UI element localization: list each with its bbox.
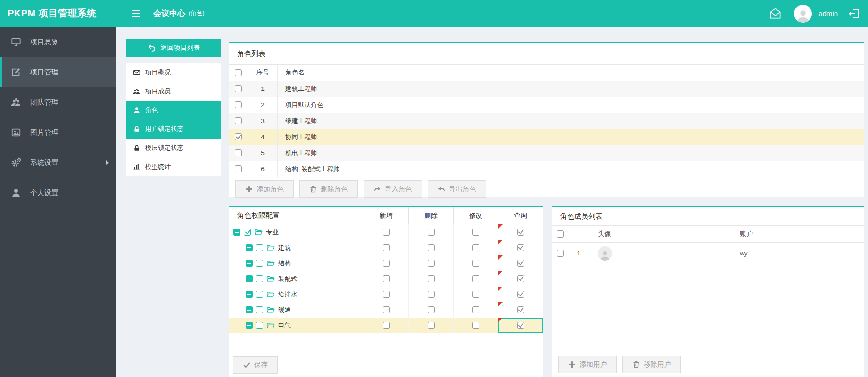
submenu-item[interactable]: 项目成员: [126, 82, 221, 101]
perm-add-checkbox[interactable]: [383, 322, 390, 329]
perm-add-checkbox[interactable]: [383, 229, 390, 236]
perm-delete-checkbox[interactable]: [428, 260, 435, 267]
perm-modify-cell: [453, 255, 498, 271]
tree-checkbox[interactable]: [256, 306, 263, 313]
minus-square-icon[interactable]: [246, 291, 253, 298]
submenu-item[interactable]: 角色: [126, 101, 221, 120]
permission-row[interactable]: 暖通: [229, 302, 543, 318]
perm-add-checkbox[interactable]: [383, 275, 390, 282]
perm-add-cell: [364, 240, 408, 255]
row-checkbox[interactable]: [235, 85, 242, 92]
minus-square-icon[interactable]: [246, 322, 253, 329]
member-row[interactable]: 1 wy: [552, 243, 864, 264]
permission-row[interactable]: 装配式: [229, 271, 543, 287]
perm-query-checkbox[interactable]: [517, 275, 524, 282]
row-checkbox[interactable]: [235, 117, 242, 124]
role-action-button[interactable]: 导入角色: [364, 180, 422, 198]
tree-checkbox[interactable]: [256, 291, 263, 298]
permission-row[interactable]: 结构: [229, 255, 543, 271]
perm-delete-checkbox[interactable]: [428, 229, 435, 236]
tree-checkbox[interactable]: [244, 229, 251, 236]
tree-checkbox[interactable]: [256, 275, 263, 282]
select-all-checkbox[interactable]: [235, 69, 242, 76]
row-checkbox[interactable]: [235, 165, 242, 172]
folder-open-icon: [266, 321, 275, 330]
role-row[interactable]: 3 绿建工程师: [229, 113, 864, 129]
role-action-button[interactable]: 删除角色: [299, 180, 358, 198]
row-checkbox[interactable]: [235, 133, 242, 140]
perm-modify-checkbox[interactable]: [472, 306, 479, 313]
avatar[interactable]: [794, 5, 812, 23]
perm-query-checkbox[interactable]: [517, 229, 524, 236]
perm-delete-checkbox[interactable]: [428, 322, 435, 329]
minus-square-icon[interactable]: [246, 275, 253, 282]
back-to-projects-button[interactable]: 返回项目列表: [126, 39, 221, 57]
minus-square-icon[interactable]: [233, 229, 240, 236]
submenu-item[interactable]: 楼层锁定状态: [126, 139, 221, 157]
mail-open-icon[interactable]: [769, 7, 782, 20]
sidebar-item[interactable]: 系统设置: [0, 148, 116, 178]
perm-add-checkbox[interactable]: [383, 291, 390, 298]
perm-delete-checkbox[interactable]: [428, 244, 435, 251]
perm-delete-checkbox[interactable]: [428, 275, 435, 282]
role-action-button[interactable]: 添加角色: [235, 180, 294, 198]
role-row[interactable]: 2 项目默认角色: [229, 97, 864, 113]
permission-row[interactable]: 建筑: [229, 240, 543, 255]
members-select-all-checkbox[interactable]: [557, 230, 564, 238]
minus-square-icon[interactable]: [246, 306, 253, 313]
sidebar-item[interactable]: 团队管理: [0, 87, 116, 117]
perm-query-checkbox[interactable]: [517, 244, 524, 251]
logout-icon[interactable]: [848, 8, 860, 19]
permission-row[interactable]: 给排水: [229, 287, 543, 302]
submenu-item[interactable]: 用户锁定状态: [126, 120, 221, 139]
role-list-panel: 角色列表 序号 角色名 1 建筑工程师 2 项目默认角色 3 绿建工程师 4 协…: [229, 42, 864, 197]
perm-delete-checkbox[interactable]: [428, 291, 435, 298]
permission-row[interactable]: 专业: [229, 224, 543, 240]
row-checkbox[interactable]: [235, 149, 242, 156]
role-permissions-panel: 角色权限配置 新增 删除 修改 查询 专业: [229, 206, 543, 377]
role-row[interactable]: 6 结构_装配式工程师: [229, 161, 864, 177]
tree-checkbox[interactable]: [256, 322, 263, 329]
tree-checkbox[interactable]: [256, 244, 263, 251]
row-checkbox[interactable]: [235, 101, 242, 108]
submenu-item[interactable]: 模型统计: [126, 157, 221, 176]
topbar: PKPM 项目管理系统 会议中心 (角色) admin: [0, 0, 868, 27]
perm-add-checkbox[interactable]: [383, 260, 390, 267]
perm-modify-checkbox[interactable]: [472, 260, 479, 267]
perm-query-checkbox[interactable]: [517, 306, 524, 313]
sidebar-item[interactable]: 个人设置: [0, 178, 116, 208]
minus-square-icon[interactable]: [246, 244, 253, 251]
perm-query-checkbox[interactable]: [517, 291, 524, 298]
sidebar-item[interactable]: 项目管理: [0, 57, 116, 87]
minus-square-icon[interactable]: [246, 260, 253, 267]
perm-delete-checkbox[interactable]: [428, 306, 435, 313]
perm-modify-checkbox[interactable]: [472, 244, 479, 251]
role-row[interactable]: 1 建筑工程师: [229, 81, 864, 97]
perm-modify-checkbox[interactable]: [472, 229, 479, 236]
role-row[interactable]: 5 机电工程师: [229, 145, 864, 161]
perm-modify-checkbox[interactable]: [472, 275, 479, 282]
perm-query-checkbox[interactable]: [517, 260, 524, 267]
member-action-button[interactable]: 移除用户: [622, 356, 681, 373]
tree-checkbox[interactable]: [256, 260, 263, 267]
submenu-item[interactable]: 项目概况: [126, 63, 221, 82]
member-checkbox[interactable]: [557, 250, 564, 257]
role-row[interactable]: 4 协同工程师: [229, 129, 864, 145]
perm-delete-cell: [408, 255, 453, 271]
perm-add-cell: [364, 318, 408, 333]
permissions-title: 角色权限配置: [229, 211, 364, 220]
sidebar-item[interactable]: 图片管理: [0, 117, 116, 148]
perm-query-checkbox[interactable]: [517, 322, 524, 329]
permission-row[interactable]: 电气: [229, 318, 543, 333]
perm-modify-checkbox[interactable]: [472, 322, 479, 329]
perm-add-checkbox[interactable]: [383, 306, 390, 313]
save-button[interactable]: 保存: [233, 356, 278, 374]
perm-delete-cell: [408, 224, 453, 240]
role-action-button[interactable]: 导出角色: [428, 180, 486, 198]
perm-modify-checkbox[interactable]: [472, 291, 479, 298]
col-account: 账户: [733, 230, 753, 238]
sidebar-item[interactable]: 项目总览: [0, 27, 116, 57]
perm-add-checkbox[interactable]: [383, 244, 390, 251]
hamburger-icon[interactable]: [132, 13, 140, 14]
member-action-button[interactable]: 添加用户: [558, 356, 617, 373]
